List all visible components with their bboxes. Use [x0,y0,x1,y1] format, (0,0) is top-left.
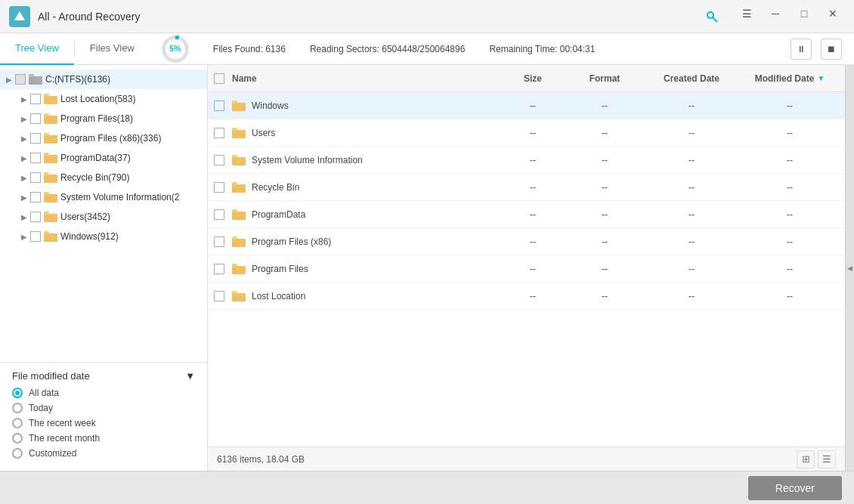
tree-checkbox-root[interactable] [15,74,26,85]
tree-arrow-7[interactable] [18,230,30,243]
row-check-2[interactable] [214,155,232,165]
table-row[interactable]: System Volume Information -- -- -- -- [208,147,845,174]
tab-tree-view[interactable]: Tree View [0,33,74,65]
row-checkbox-5[interactable] [214,237,224,247]
table-row[interactable]: Users -- -- -- -- [208,119,845,147]
tree-item-1[interactable]: Program Files(18) [0,109,207,128]
content-area: C:(NTFS)(6136) Lost Location(583) [0,65,854,471]
header-checkbox[interactable] [214,73,224,84]
filter-option-4[interactable]: Customized [12,448,195,459]
filter-option-1[interactable]: Today [12,403,195,413]
filter-title[interactable]: File modified date ▼ [12,370,195,382]
radio-recent-week[interactable] [12,418,23,428]
grid-view-icon[interactable]: ⊞ [797,450,815,468]
tree-checkbox-2[interactable] [30,133,41,144]
tree-item-0[interactable]: Lost Location(583) [0,89,207,109]
tree-checkbox-1[interactable] [30,113,41,124]
tree-item-2[interactable]: Program Files (x86)(336) [0,128,207,148]
row-check-1[interactable] [214,128,232,138]
radio-today[interactable] [12,403,23,413]
radio-recent-month[interactable] [12,433,23,444]
panel-collapse-handle[interactable] [845,65,854,471]
tree-arrow-3[interactable] [18,152,30,164]
status-bar: 6136 items, 18.04 GB ⊞ ☰ [208,447,845,471]
th-created[interactable]: Created Date [642,73,741,84]
row-modified-0: -- [741,100,839,111]
row-checkbox-3[interactable] [214,182,224,193]
tree-arrow-5[interactable] [18,191,30,203]
tree-checkbox-4[interactable] [30,172,41,183]
table-row[interactable]: Lost Location -- -- -- -- [208,283,845,310]
th-format[interactable]: Format [567,73,642,84]
tree-item-3[interactable]: ProgramData(37) [0,148,207,168]
row-name-1: Users [232,128,499,138]
tab-files-view[interactable]: Files View [75,33,150,65]
svg-rect-32 [232,266,246,274]
svg-rect-22 [232,130,246,138]
row-checkbox-6[interactable] [214,264,224,274]
tree-checkbox-0[interactable] [30,94,41,104]
table-row[interactable]: Program Files -- -- -- -- [208,255,845,283]
filter-option-0[interactable]: All data [12,388,195,398]
filter-option-2[interactable]: The recent week [12,418,195,428]
minimize-button[interactable]: ─ [763,5,787,23]
tree-arrow-6[interactable] [18,211,30,223]
row-check-6[interactable] [214,264,232,274]
table-row[interactable]: Program Files (x86) -- -- -- -- [208,228,845,255]
tree-checkbox-5[interactable] [30,192,41,203]
tree-item-5[interactable]: System Volume Information(2 [0,187,207,207]
row-created-0: -- [642,100,741,111]
row-created-1: -- [642,128,741,138]
row-check-7[interactable] [214,291,232,301]
close-button[interactable]: ✕ [821,5,845,23]
tree-checkbox-6[interactable] [30,212,41,222]
row-check-4[interactable] [214,209,232,220]
tree-item-4[interactable]: Recycle Bin(790) [0,168,207,187]
table-row[interactable]: ProgramData -- -- -- -- [208,201,845,228]
radio-customized[interactable] [12,448,23,459]
row-folder-icon-5 [232,237,246,247]
tree-checkbox-3[interactable] [30,153,41,163]
th-modified[interactable]: Modified Date ▼ [741,73,839,84]
row-modified-7: -- [741,291,839,301]
row-check-0[interactable] [214,100,232,111]
svg-rect-6 [44,116,57,124]
tree-label-5: System Volume Information(2 [60,192,179,203]
svg-rect-17 [44,212,49,215]
row-checkbox-2[interactable] [214,155,224,165]
tree-item-6[interactable]: Users(3452) [0,207,207,227]
row-checkbox-1[interactable] [214,128,224,138]
th-name[interactable]: Name [232,73,499,84]
row-checkbox-0[interactable] [214,100,224,111]
row-modified-5: -- [741,237,839,247]
th-size[interactable]: Size [499,73,567,84]
list-view-icon[interactable]: ☰ [818,450,836,468]
maximize-button[interactable]: □ [792,5,816,23]
table-row[interactable]: Windows -- -- -- -- [208,92,845,119]
tree-checkbox-7[interactable] [30,231,41,242]
pause-button[interactable]: ⏸ [791,39,812,60]
filter-option-3[interactable]: The recent month [12,433,195,444]
recover-button[interactable]: Recover [748,476,842,500]
tree-arrow-0[interactable] [18,93,30,105]
tree-arrow-1[interactable] [18,113,30,125]
radio-all-data[interactable] [12,388,23,398]
table-row[interactable]: Recycle Bin -- -- -- -- [208,174,845,201]
row-format-1: -- [567,128,642,138]
row-checkbox-4[interactable] [214,209,224,220]
tree-arrow-2[interactable] [18,132,30,144]
tree-root[interactable]: C:(NTFS)(6136) [0,70,207,89]
row-checkbox-7[interactable] [214,291,224,301]
key-icon [700,5,724,29]
reading-sectors: Reading Sectors: 6504448/250064896 [310,44,466,54]
tree-arrow-root[interactable] [3,73,15,85]
toolbar: Tree View Files View 5% Files Found: 613… [0,33,854,65]
tree-item-7[interactable]: Windows(912) [0,227,207,246]
row-check-3[interactable] [214,182,232,193]
row-name-2: System Volume Information [232,155,499,165]
folder-icon-4 [44,172,57,183]
stop-button[interactable]: ⏹ [821,39,842,60]
menu-icon[interactable]: ☰ [735,5,759,23]
tree-arrow-4[interactable] [18,172,30,184]
row-check-5[interactable] [214,237,232,247]
